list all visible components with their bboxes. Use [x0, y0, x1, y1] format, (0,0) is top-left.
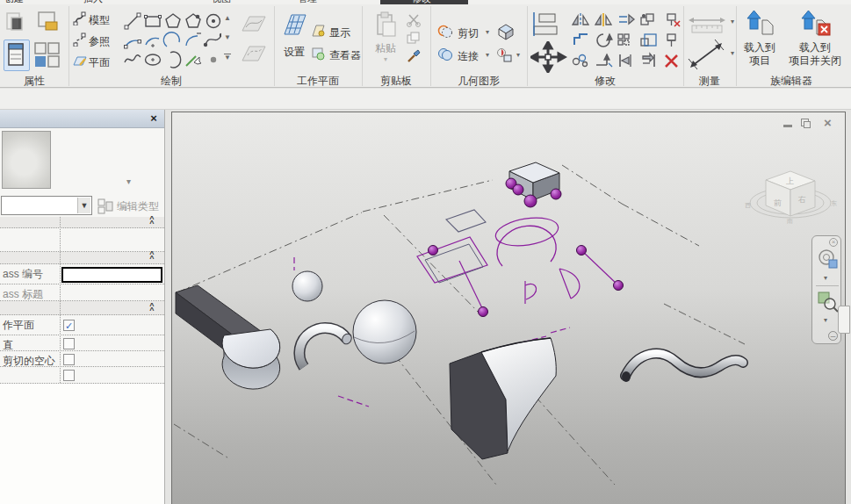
delete-icon[interactable] — [666, 55, 677, 67]
offset-icon[interactable] — [619, 15, 634, 24]
draw-arc-start-end-icon[interactable] — [125, 40, 141, 49]
draw-arc-center-ends-icon[interactable] — [146, 38, 159, 47]
split-element-icon[interactable] — [573, 55, 588, 67]
preview-dropdown-icon[interactable]: ▾ — [126, 176, 131, 186]
property-row-mass-number[interactable]: ass 编号 — [0, 264, 164, 284]
property-row-blank[interactable] — [0, 367, 164, 384]
reference-line-button[interactable]: 参照 — [89, 34, 110, 49]
extend-multiple-icon[interactable] — [643, 54, 654, 67]
measure-horizontal-dropdown-icon[interactable]: ▾ — [731, 18, 734, 25]
draw-point-icon[interactable] — [211, 57, 216, 62]
pin-icon[interactable] — [667, 34, 675, 47]
zoom-tool-icon[interactable] — [817, 291, 840, 313]
copy-icon[interactable] — [406, 31, 422, 45]
draw-half-ellipse-icon[interactable] — [170, 52, 181, 68]
reference-line-icon[interactable] — [72, 32, 86, 47]
match-type-brush-icon[interactable] — [406, 48, 422, 64]
spline-surface-disabled-icon[interactable] — [235, 11, 270, 38]
d-extrusion[interactable] — [222, 329, 280, 389]
model-line-icon[interactable] — [72, 11, 86, 25]
cut-geometry-button[interactable]: 剪切 — [458, 26, 479, 41]
navbar-close-icon[interactable]: × — [829, 238, 838, 247]
edit-type-button[interactable]: 编辑类型 — [97, 198, 164, 215]
draw-pick-lines-icon[interactable] — [186, 56, 201, 66]
palette-close-icon[interactable]: × — [147, 112, 161, 126]
measure-diagonal-dropdown-icon[interactable]: ▾ — [731, 50, 734, 57]
type-selector-combobox[interactable]: ▼ — [1, 196, 92, 215]
cut-geometry-icon[interactable] — [437, 24, 453, 39]
family-category-icon[interactable] — [4, 10, 65, 38]
rotate-icon[interactable] — [597, 34, 612, 47]
draw-spline-wave-icon[interactable] — [125, 55, 141, 62]
wheel-dropdown-icon[interactable]: ▾ — [824, 275, 827, 282]
property-row-empty[interactable] — [0, 228, 164, 252]
properties-toggle-button[interactable] — [4, 40, 30, 71]
vertical-checkbox[interactable] — [63, 338, 75, 349]
steering-wheel-icon[interactable] — [817, 248, 840, 271]
restore-window-icon[interactable] — [801, 119, 809, 126]
measure-horizontal-icon[interactable] — [687, 13, 727, 36]
join-geometry-icon[interactable] — [437, 47, 453, 61]
draw-circumscribed-polygon-icon[interactable] — [186, 14, 200, 27]
compass-west-label[interactable]: 西 — [745, 202, 751, 209]
measure-diagonal-icon[interactable] — [687, 40, 727, 71]
paint-icon[interactable] — [495, 47, 513, 64]
minimize-window-icon[interactable] — [783, 125, 792, 127]
property-row-mass-title[interactable]: ass 标题 — [0, 284, 164, 301]
workplane-viewer-icon[interactable] — [311, 47, 326, 61]
unpin-icon[interactable] — [667, 14, 680, 26]
zoom-dropdown-icon[interactable]: ▾ — [824, 317, 827, 324]
large-sphere[interactable] — [353, 300, 416, 364]
plane-button[interactable]: 平面 — [89, 55, 110, 70]
mirror-pick-axis-icon[interactable] — [573, 13, 588, 26]
close-window-icon[interactable]: × — [824, 115, 832, 130]
show-workplane-button[interactable]: 显示 — [329, 25, 350, 40]
property-row-cut-void[interactable]: 剪切的空心 — [0, 351, 164, 367]
collapsed-panel-tab[interactable] — [838, 306, 850, 334]
copy-element-icon[interactable] — [641, 14, 653, 25]
cut-void-checkbox[interactable] — [63, 354, 75, 365]
draw-inscribed-polygon-icon[interactable] — [166, 14, 180, 27]
paste-button[interactable]: 粘贴 ▾ — [369, 11, 402, 73]
type-selector-dropdown-icon[interactable]: ▼ — [77, 198, 90, 213]
array-icon[interactable] — [618, 34, 629, 45]
mass-number-input[interactable] — [61, 267, 162, 283]
workplane-viewer-button[interactable]: 查看器 — [329, 48, 361, 63]
workplane-checkbox[interactable]: ✓ — [63, 320, 75, 331]
palette-title-bar[interactable]: × — [0, 110, 164, 128]
navbar-collapse-icon[interactable]: – — [828, 331, 838, 341]
compass-south-label[interactable]: 南 — [787, 218, 793, 224]
revolve-surface-disabled-icon[interactable] — [235, 41, 270, 68]
trim-icon[interactable] — [596, 54, 612, 67]
draw-scroll-up-icon[interactable]: ▲ — [224, 15, 231, 22]
move-icon[interactable] — [530, 41, 567, 73]
draw-expand-icon[interactable]: ▼ — [224, 54, 231, 61]
load-into-project-button[interactable]: 载入到项目 — [739, 10, 780, 75]
paint-dropdown-icon[interactable]: ▾ — [516, 52, 520, 59]
join-geometry-dropdown-icon[interactable]: ▾ — [486, 52, 489, 59]
draw-rectangle-icon[interactable] — [145, 16, 162, 27]
load-into-project-and-close-button[interactable]: 载入到项目并关闭 — [783, 10, 847, 75]
draw-scroll-down-icon[interactable]: ▼ — [224, 34, 231, 41]
set-workplane-button[interactable]: 设置 — [278, 11, 311, 69]
section-header[interactable]: ^^ — [0, 301, 164, 315]
draw-arc-tangent-icon[interactable] — [163, 32, 179, 47]
join-geometry-button[interactable]: 连接 — [458, 49, 479, 64]
show-workplane-icon[interactable] — [311, 24, 326, 38]
scale-icon[interactable] — [641, 34, 656, 46]
family-types-icon[interactable] — [33, 41, 63, 69]
model-line-button[interactable]: 模型 — [89, 13, 110, 28]
mirror-draw-axis-icon[interactable] — [595, 13, 611, 26]
cut-geometry-dropdown-icon[interactable]: ▾ — [486, 29, 489, 36]
small-sphere[interactable] — [292, 271, 322, 301]
section-header[interactable]: ^^ — [0, 252, 164, 264]
align-corner-icon[interactable] — [620, 54, 631, 67]
split-face-icon[interactable] — [495, 22, 516, 41]
plane-icon[interactable] — [72, 54, 88, 68]
compass-east-label[interactable]: 东 — [831, 200, 837, 206]
blank-checkbox[interactable] — [63, 370, 75, 381]
model-viewport[interactable]: 上 前 右 西 南 东 — [172, 112, 845, 504]
draw-line-icon[interactable] — [125, 13, 141, 29]
align-icon[interactable] — [530, 11, 567, 38]
cope-icon[interactable] — [574, 34, 588, 45]
